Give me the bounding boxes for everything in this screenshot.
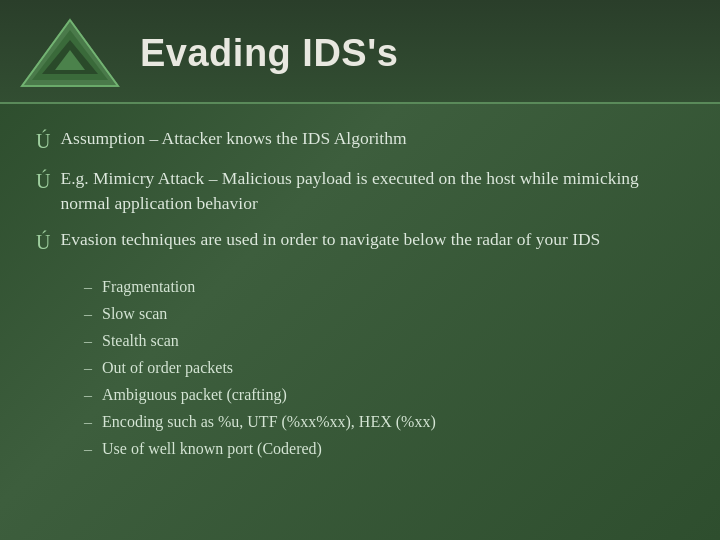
bullet-item-1: Ú Assumption – Attacker knows the IDS Al… <box>36 126 684 156</box>
sub-marker-3: – <box>84 329 92 353</box>
sub-text-5: Ambiguous packet (crafting) <box>102 383 287 407</box>
sub-item-6: – Encoding such as %u, UTF (%xx%xx), HEX… <box>84 410 684 434</box>
slide-content: Ú Assumption – Attacker knows the IDS Al… <box>0 104 720 540</box>
sub-text-4: Out of order packets <box>102 356 233 380</box>
bullet-text-2: E.g. Mimicry Attack – Malicious payload … <box>60 166 684 217</box>
sub-marker-5: – <box>84 383 92 407</box>
logo <box>20 18 120 88</box>
sub-marker-6: – <box>84 410 92 434</box>
sub-bullet-list: – Fragmentation – Slow scan – Stealth sc… <box>84 275 684 461</box>
sub-marker-4: – <box>84 356 92 380</box>
sub-marker-1: – <box>84 275 92 299</box>
sub-item-7: – Use of well known port (Codered) <box>84 437 684 461</box>
sub-text-1: Fragmentation <box>102 275 195 299</box>
slide-header: Evading IDS's <box>0 0 720 104</box>
sub-text-2: Slow scan <box>102 302 167 326</box>
sub-item-3: – Stealth scan <box>84 329 684 353</box>
sub-text-3: Stealth scan <box>102 329 179 353</box>
bullet-marker-2: Ú <box>36 167 50 196</box>
main-bullet-list: Ú Assumption – Attacker knows the IDS Al… <box>36 126 684 257</box>
bullet-item-3: Ú Evasion techniques are used in order t… <box>36 227 684 257</box>
sub-text-7: Use of well known port (Codered) <box>102 437 322 461</box>
slide: Evading IDS's Ú Assumption – Attacker kn… <box>0 0 720 540</box>
sub-item-2: – Slow scan <box>84 302 684 326</box>
bullet-marker-3: Ú <box>36 228 50 257</box>
bullet-item-2: Ú E.g. Mimicry Attack – Malicious payloa… <box>36 166 684 217</box>
sub-marker-2: – <box>84 302 92 326</box>
bullet-marker-1: Ú <box>36 127 50 156</box>
sub-item-1: – Fragmentation <box>84 275 684 299</box>
bullet-text-1: Assumption – Attacker knows the IDS Algo… <box>60 126 406 151</box>
sub-text-6: Encoding such as %u, UTF (%xx%xx), HEX (… <box>102 410 436 434</box>
sub-item-5: – Ambiguous packet (crafting) <box>84 383 684 407</box>
sub-marker-7: – <box>84 437 92 461</box>
sub-item-4: – Out of order packets <box>84 356 684 380</box>
bullet-text-3: Evasion techniques are used in order to … <box>60 227 600 252</box>
slide-title: Evading IDS's <box>140 32 398 75</box>
